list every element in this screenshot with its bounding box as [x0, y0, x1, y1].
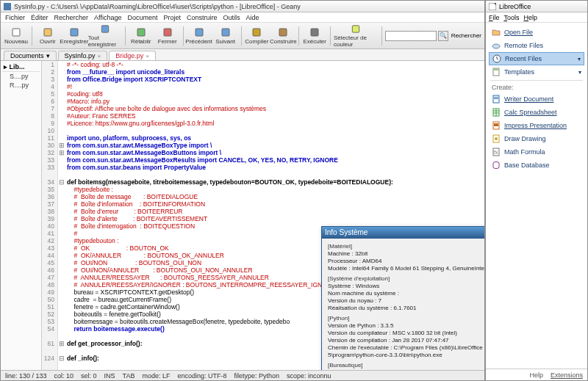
toolbar-nouveau[interactable]: Nouveau [4, 24, 29, 48]
code-line[interactable]: 2 from __future__ import unicode_literal… [42, 68, 484, 76]
extensions-link[interactable]: Extensions [551, 371, 583, 379]
fold-icon [58, 90, 65, 98]
sidebar-file[interactable]: S....py [2, 72, 40, 81]
recent-files-button[interactable]: Recent Files ▾ [489, 52, 584, 65]
base-button[interactable]: Base Database [486, 159, 587, 172]
search-label: Rechercher [451, 32, 481, 39]
code-line[interactable]: 10 [42, 127, 484, 134]
lo-menu-file[interactable]: File [489, 14, 500, 21]
toolbar-sélecteur-de-couleur[interactable]: Sélecteur de couleur [334, 24, 379, 48]
code-line[interactable]: 39 # Boîte d'alerte : BOITEAVERTISSEMENT [42, 215, 484, 222]
close-tab-icon[interactable]: × [98, 53, 101, 59]
editor-tab[interactable]: Bridge.py× [109, 51, 156, 60]
code-line[interactable]: 11 import uno, platform, subprocess, sys… [42, 134, 484, 142]
draw-icon [492, 134, 501, 143]
toolbar-suivant[interactable]: Suivant [213, 24, 238, 48]
fold-icon [58, 222, 65, 230]
documents-sidebar[interactable]: ▸ Lib... S....py R....py [1, 61, 42, 370]
geany-toolbar: NouveauOuvrirEnregistrerTout enregistrer… [1, 23, 484, 49]
lo-menubar[interactable]: FileToolsHelp [486, 12, 587, 23]
status-filetype: filetype: Python [234, 372, 280, 380]
fold-icon[interactable]: ⊞ [58, 149, 65, 156]
geany-menubar[interactable]: FichierÉditerRechercherAffichageDocument… [1, 12, 484, 23]
code-line[interactable]: 5 #coding: utf8 [42, 90, 484, 98]
sidebar-file[interactable]: R....py [2, 81, 40, 90]
fold-icon[interactable]: ⊞ [58, 340, 65, 347]
help-link[interactable]: Help [529, 371, 543, 379]
fold-icon [58, 362, 65, 369]
menu-projet[interactable]: Projet [163, 14, 181, 21]
code-line[interactable] [42, 171, 484, 178]
code-line[interactable]: 32⊞from com.sun.star.awt.MessageBoxButto… [42, 149, 484, 156]
menu-éditer[interactable]: Éditer [31, 14, 49, 21]
code-line[interactable]: 36 # Boîte de message : BOITEDIALOGUE [42, 193, 484, 200]
toolbar-fermer[interactable]: Fermer [155, 24, 180, 48]
code-line[interactable]: 1 # -*- coding: utf-8 -*- [42, 61, 484, 68]
group-line: Chemin de l'exécutable : C:\Program File… [328, 344, 484, 359]
toolbar-construire[interactable]: Construire [270, 24, 295, 48]
toolbar-enregistrer[interactable]: Enregistrer [62, 24, 87, 48]
fold-icon[interactable]: ⊟ [58, 178, 65, 186]
code-editor[interactable]: 1 # -*- coding: utf-8 -*-2 from __future… [42, 61, 484, 370]
draw-button[interactable]: Draw Drawing [486, 132, 587, 145]
menu-construire[interactable]: Construire [187, 14, 218, 21]
code-line[interactable]: 6 #Macro: info.py [42, 98, 484, 105]
open-file-button[interactable]: Open File [486, 26, 587, 39]
toolbar-separator [183, 26, 184, 46]
sidebar-folder[interactable]: ▸ Lib... [2, 62, 40, 72]
code-line[interactable]: 7 #Objectif: Affiche une boîte de dialog… [42, 105, 484, 112]
dialog-titlebar[interactable]: Info Système ✕ [322, 227, 484, 239]
menu-fichier[interactable]: Fichier [5, 14, 25, 21]
toolbar-separator [330, 26, 331, 46]
group-header: [Système d'exploitation] [328, 275, 484, 283]
writer-button[interactable]: Writer Document [486, 92, 587, 106]
toolbar-rétablir[interactable]: Rétablir [129, 24, 154, 48]
toolbar-icon [278, 27, 288, 37]
code-line[interactable]: 33 from com.sun.star.awt.MessageBoxResul… [42, 156, 484, 164]
calc-button[interactable]: Calc Spreadsheet [486, 106, 587, 119]
code-line[interactable]: 3 from Office.Bridge import XSCRIPTCONTE… [42, 76, 484, 83]
code-line[interactable]: 34⊟def boitemsg(messageboite, titreboite… [42, 178, 484, 186]
menu-document[interactable]: Document [127, 14, 157, 21]
toolbar-icon [251, 27, 262, 37]
fold-icon[interactable]: ⊞ [58, 142, 65, 149]
code-line[interactable]: 38 # Boîte d'erreur : BOITEERREUR [42, 208, 484, 215]
code-line[interactable]: 8 #Auteur: Franc SERRES [42, 112, 484, 120]
code-line[interactable]: 30⊞from com.sun.star.awt.MessageBoxType … [42, 142, 484, 149]
svg-rect-1 [44, 29, 51, 36]
code-line[interactable]: 35 #typedeboite : [42, 186, 484, 193]
toolbar-compiler[interactable]: Compiler [244, 24, 269, 48]
create-label: Create: [486, 82, 587, 92]
close-tab-icon[interactable]: × [146, 53, 149, 59]
sidebar-tab-documents[interactable]: Documents ▾ [4, 51, 57, 60]
geany-editor-tabs: Documents ▾ SysInfo.py×Bridge.py× [1, 49, 484, 61]
code-line[interactable]: 33 from com.sun.star.beans import Proper… [42, 164, 484, 171]
code-line[interactable]: 9 #Licence: https://www.gnu.org/licenses… [42, 120, 484, 127]
fold-icon[interactable]: ⊟ [58, 355, 65, 362]
lo-menu-help[interactable]: Help [524, 14, 538, 21]
editor-tab[interactable]: SysInfo.py× [58, 51, 108, 60]
templates-button[interactable]: Templates ▾ [486, 65, 587, 79]
fold-icon [58, 347, 65, 355]
dialog-group: [Python]Version de Python : 3.3.5Version… [328, 315, 484, 359]
code-line[interactable]: 4 #! [42, 83, 484, 90]
toolbar-ouvrir[interactable]: Ouvrir [35, 24, 60, 48]
menu-outils[interactable]: Outils [223, 14, 240, 21]
search-button[interactable]: 🔍 [438, 31, 448, 41]
toolbar-tout-enregistrer[interactable]: Tout enregistrer [88, 24, 122, 48]
fold-icon [58, 333, 65, 340]
menu-affichage[interactable]: Affichage [94, 14, 121, 21]
group-line: Suite bureautique : LibreOffice [328, 369, 484, 370]
toolbar-icon [11, 27, 21, 37]
menu-aide[interactable]: Aide [246, 14, 259, 21]
search-input[interactable] [385, 31, 437, 41]
impress-button[interactable]: Impress Presentation [486, 119, 587, 132]
fold-icon [58, 266, 65, 274]
code-line[interactable]: 37 # Boîte d'information : BOITEINFORMAT… [42, 200, 484, 208]
toolbar-précédent[interactable]: Précédent [187, 24, 212, 48]
toolbar-exécuter[interactable]: Exécuter [302, 24, 327, 48]
lo-menu-tools[interactable]: Tools [504, 14, 520, 21]
remote-files-button[interactable]: Remote Files [486, 39, 587, 52]
math-button[interactable]: fx Math Formula [486, 145, 587, 159]
menu-rechercher[interactable]: Rechercher [54, 14, 89, 21]
